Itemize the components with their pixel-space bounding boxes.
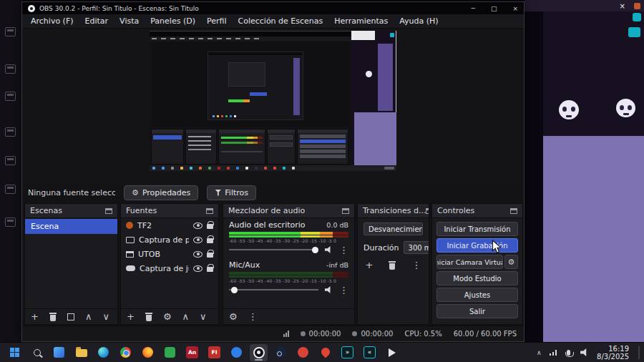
volume-slider[interactable] [229, 245, 318, 254]
transition-select[interactable]: Desvanecimiento ▴ ▾ [364, 222, 423, 235]
chrome-browser-button[interactable] [117, 344, 135, 361]
start-streaming-button[interactable]: Iniciar Transmisión [436, 222, 518, 236]
menu-archivo[interactable]: Archivo (F) [25, 16, 79, 26]
start-button[interactable] [6, 344, 24, 361]
properties-button[interactable]: ⚙ Propiedades [124, 185, 198, 200]
minimize-button[interactable]: ─ [472, 5, 475, 12]
speaker-icon[interactable] [325, 286, 333, 293]
file-explorer-button[interactable] [72, 344, 90, 361]
visibility-eye-icon[interactable] [193, 251, 203, 258]
volume-icon[interactable] [580, 348, 589, 356]
virtual-camera-settings-button[interactable]: ⚙ [504, 255, 518, 269]
source-item[interactable]: Captura de juego [121, 261, 218, 275]
lock-icon[interactable] [207, 267, 213, 272]
edge-browser-button[interactable] [94, 344, 112, 361]
menu-ayuda[interactable]: Ayuda (H) [394, 16, 444, 26]
preview-area[interactable]: OBS 30.0.2 - Perfil: Sin Titulo - Escena… [22, 29, 524, 182]
add-scene-button[interactable]: + [31, 312, 39, 321]
speaker-icon[interactable] [325, 246, 333, 253]
studio-mode-button[interactable]: Modo Estudio [436, 271, 518, 285]
volume-slider[interactable] [229, 285, 318, 294]
source-item[interactable]: UTOB [121, 247, 218, 261]
settings-button[interactable]: Ajustes [436, 288, 518, 302]
menu-editar[interactable]: Editar [79, 16, 114, 26]
tray-expand-chevron[interactable]: ∧ [537, 349, 542, 356]
move-source-up-button[interactable]: ∧ [182, 312, 190, 321]
transition-menu-button[interactable]: ⋮ [411, 260, 421, 270]
edge-sidebar-button[interactable] [633, 13, 641, 21]
filters-button[interactable]: Filtros [207, 185, 256, 200]
channel-menu-button[interactable]: ⋮ [339, 245, 348, 255]
lock-icon[interactable] [207, 253, 213, 258]
maximize-button[interactable]: □ [491, 5, 497, 12]
mixer-panel-header[interactable]: Mezclador de audio [223, 204, 354, 218]
selected-source-status: Ninguna fuente seleccionad [28, 188, 115, 197]
red-circle-app-button[interactable] [294, 344, 312, 361]
add-source-button[interactable]: + [127, 312, 135, 321]
exit-button[interactable]: Salir [436, 304, 518, 318]
visibility-eye-icon[interactable] [193, 265, 203, 272]
obs-titlebar[interactable]: OBS 30.0.2 - Perfil: Sin Titulo - Escena… [22, 2, 524, 14]
pin-app-button[interactable] [316, 344, 334, 361]
obs-taskbar-button[interactable] [250, 344, 268, 361]
remove-scene-button[interactable] [49, 313, 57, 321]
scene-item-selected[interactable]: Escena [25, 219, 117, 234]
slider-handle[interactable] [312, 247, 318, 253]
clock-time: 16:19 [608, 345, 629, 353]
red-app-fi-button[interactable]: FI [205, 344, 223, 361]
dock-popout-icon[interactable] [342, 208, 349, 214]
source-item[interactable]: Captura de pantall [121, 233, 218, 247]
window-capture-icon [126, 251, 134, 258]
channel-menu-button[interactable]: ⋮ [339, 285, 348, 295]
search-button[interactable] [28, 344, 46, 361]
lock-icon[interactable] [207, 238, 213, 243]
mixer-menu-button[interactable]: ⋮ [248, 312, 258, 321]
blue-app-button[interactable] [228, 344, 245, 361]
capture-app-button[interactable]: » [338, 344, 356, 361]
menu-perfil[interactable]: Perfil [201, 16, 233, 26]
dock-popout-icon[interactable] [510, 208, 517, 214]
microphone-icon[interactable] [567, 350, 570, 356]
controls-panel-header[interactable]: Controles [432, 204, 522, 218]
capture-app-button-2[interactable]: « [361, 344, 379, 361]
start-recording-button[interactable]: Iniciar Grabación [436, 238, 518, 253]
red-app-an-button[interactable]: An [183, 344, 201, 361]
dock-popout-icon[interactable] [105, 208, 112, 214]
transitions-panel-header[interactable]: Transiciones d... [358, 204, 429, 218]
lock-icon[interactable] [207, 224, 213, 229]
show-desktop-button[interactable] [638, 346, 640, 359]
dock-popout-icon[interactable] [206, 208, 213, 214]
move-source-down-button[interactable]: ∨ [200, 312, 207, 321]
taskbar-clock[interactable]: 16:19 8/3/2025 [597, 345, 629, 361]
source-properties-button[interactable]: ⚙ [163, 312, 172, 321]
visibility-eye-icon[interactable] [193, 237, 203, 243]
move-scene-up-button[interactable]: ∧ [85, 312, 92, 321]
add-transition-button[interactable]: + [366, 260, 374, 270]
remove-source-button[interactable] [145, 313, 152, 321]
dock-popout-icon[interactable] [426, 208, 429, 214]
menu-vista[interactable]: Vista [114, 16, 145, 26]
menu-paneles[interactable]: Paneles (D) [145, 16, 201, 26]
firefox-browser-button[interactable] [139, 344, 157, 361]
network-icon[interactable] [550, 350, 557, 356]
move-scene-down-button[interactable]: ∨ [102, 312, 109, 321]
duration-spinbox[interactable]: 300 ms ▴ ▾ [404, 241, 429, 254]
scene-filters-button[interactable] [67, 313, 74, 321]
source-item[interactable]: TF2 [121, 218, 218, 233]
edge-sidebar-button[interactable] [628, 27, 640, 37]
close-button[interactable]: × [512, 5, 518, 12]
visibility-eye-icon[interactable] [193, 222, 203, 229]
play-app-button[interactable] [383, 344, 401, 361]
sources-panel-header[interactable]: Fuentes [121, 204, 218, 218]
mixer-settings-button[interactable]: ⚙ [229, 312, 238, 321]
widgets-button[interactable] [50, 344, 68, 361]
start-virtual-camera-button[interactable]: Iniciar Cámara Virtual [436, 255, 503, 269]
remove-transition-button[interactable] [389, 261, 396, 270]
background-close-icon[interactable]: × [620, 2, 625, 10]
menu-herramientas[interactable]: Herramientas [328, 16, 394, 26]
slider-handle[interactable] [231, 287, 238, 293]
steam-button[interactable] [272, 344, 290, 361]
green-app-button[interactable] [161, 344, 179, 361]
scenes-panel-header[interactable]: Escenas [25, 204, 117, 218]
menu-coleccion-escenas[interactable]: Colección de Escenas [233, 16, 329, 26]
